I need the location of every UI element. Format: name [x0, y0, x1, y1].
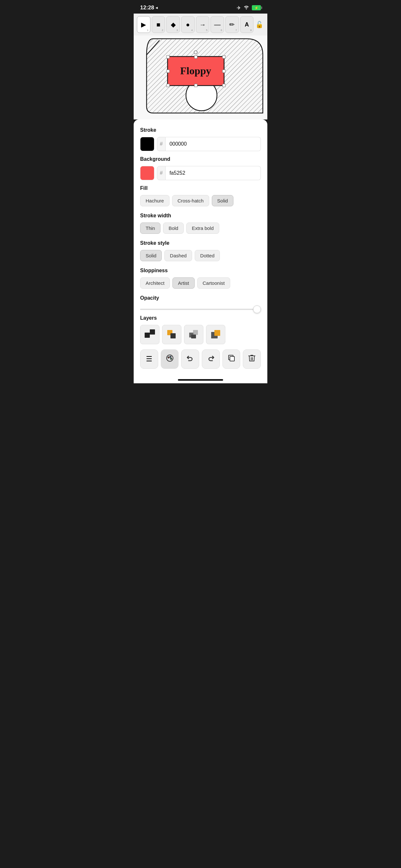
- layer-1[interactable]: [140, 325, 159, 344]
- svg-rect-10: [222, 84, 225, 87]
- style-button[interactable]: [161, 349, 179, 369]
- bottom-toolbar: ☰: [140, 349, 261, 369]
- stroke-hex-wrap: #: [157, 137, 261, 151]
- time-display: 12:28: [140, 4, 154, 11]
- svg-rect-6: [166, 70, 169, 73]
- svg-rect-9: [194, 84, 197, 87]
- text-icon: A: [245, 21, 249, 28]
- line-tool[interactable]: — 6: [211, 16, 224, 33]
- lock-icon: 🔓: [255, 21, 264, 28]
- sloppiness-artist[interactable]: Artist: [173, 277, 194, 289]
- bg-hex-input[interactable]: [166, 166, 261, 180]
- stroke-hex-input[interactable]: [166, 137, 261, 151]
- menu-button[interactable]: ☰: [140, 349, 158, 369]
- svg-rect-5: [222, 56, 225, 58]
- opacity-slider[interactable]: [140, 309, 261, 310]
- battery-icon: ⚡: [252, 5, 261, 10]
- arrow-tool[interactable]: → 5: [196, 16, 210, 33]
- line-icon: —: [214, 21, 220, 28]
- menu-icon: ☰: [146, 355, 152, 363]
- rectangle-tool[interactable]: ■ 2: [152, 16, 165, 33]
- arrow-icon: →: [199, 21, 206, 28]
- status-bar: 12:28 ◂ ✈ ⚡: [134, 0, 267, 13]
- stroke-style-options: Solid Dashed Dotted: [140, 250, 261, 261]
- drawing-canvas[interactable]: Floppy: [134, 35, 267, 120]
- canvas-area[interactable]: Floppy: [134, 35, 267, 120]
- text-tool[interactable]: A 8: [240, 16, 254, 33]
- toolbar: ▶ 1 ■ 2 ◆ 3 ● 4 → 5 — 6 ✏ 7 A 8 🔓: [134, 13, 267, 35]
- layer-3[interactable]: [184, 325, 204, 344]
- svg-rect-16: [171, 333, 176, 338]
- layer-2[interactable]: [162, 325, 181, 344]
- stroke-bold[interactable]: Bold: [163, 222, 184, 234]
- trash-icon: [248, 354, 255, 364]
- bg-hex-wrap: #: [157, 166, 261, 180]
- home-indicator: [134, 375, 267, 383]
- location-icon: ◂: [156, 5, 158, 10]
- opacity-slider-wrap: [140, 305, 261, 315]
- home-bar: [178, 379, 223, 381]
- opacity-label: Opacity: [140, 295, 261, 301]
- wifi-icon: [243, 5, 249, 11]
- layers-toggle-button[interactable]: [222, 349, 241, 369]
- svg-rect-18: [193, 330, 198, 335]
- stroke-width-label: Stroke width: [140, 213, 261, 219]
- sloppiness-cartoonist[interactable]: Cartoonist: [197, 277, 230, 289]
- pencil-icon: ✏: [229, 21, 235, 28]
- svg-point-11: [194, 51, 197, 54]
- status-time: 12:28 ◂: [140, 4, 158, 11]
- bg-color-row: #: [140, 166, 261, 180]
- svg-point-22: [166, 355, 173, 361]
- stroke-hash: #: [157, 137, 166, 151]
- fill-options: Hachure Cross-hatch Solid: [140, 195, 261, 206]
- stroke-color-swatch[interactable]: [140, 137, 154, 151]
- pencil-tool[interactable]: ✏ 7: [225, 16, 239, 33]
- properties-panel: Stroke # Background # Fill Hachure Cross…: [134, 120, 267, 375]
- fill-label: Fill: [140, 185, 261, 191]
- airplane-icon: ✈: [237, 5, 241, 11]
- svg-rect-19: [191, 335, 196, 338]
- stroke-dashed[interactable]: Dashed: [164, 250, 192, 261]
- layers-icon: [227, 354, 235, 364]
- svg-point-23: [168, 357, 169, 358]
- svg-rect-13: [145, 333, 150, 338]
- layer-4[interactable]: [206, 325, 225, 344]
- svg-rect-8: [166, 84, 169, 87]
- rectangle-icon: ■: [156, 21, 160, 28]
- cursor-icon: ▶: [141, 21, 146, 28]
- diamond-tool[interactable]: ◆ 3: [166, 16, 180, 33]
- svg-rect-21: [214, 330, 220, 336]
- circle-icon: ●: [186, 21, 190, 28]
- stroke-style-label: Stroke style: [140, 240, 261, 246]
- stroke-extra-bold[interactable]: Extra bold: [186, 222, 219, 234]
- layers-row: [140, 325, 261, 344]
- sloppiness-architect[interactable]: Architect: [140, 277, 170, 289]
- fill-hachure[interactable]: Hachure: [140, 195, 169, 206]
- svg-point-24: [170, 356, 171, 358]
- delete-button[interactable]: [243, 349, 261, 369]
- bg-hash: #: [157, 166, 166, 180]
- sloppiness-label: Sloppiness: [140, 268, 261, 274]
- stroke-solid[interactable]: Solid: [140, 250, 162, 261]
- circle-tool[interactable]: ● 4: [181, 16, 195, 33]
- diamond-icon: ◆: [171, 21, 176, 28]
- opacity-thumb[interactable]: [253, 306, 261, 313]
- stroke-thin[interactable]: Thin: [140, 222, 160, 234]
- undo-button[interactable]: [181, 349, 199, 369]
- select-tool[interactable]: ▶ 1: [137, 16, 150, 33]
- stroke-dotted[interactable]: Dotted: [195, 250, 220, 261]
- fill-solid[interactable]: Solid: [212, 195, 234, 206]
- lock-button[interactable]: 🔓: [255, 19, 264, 30]
- svg-point-25: [171, 358, 172, 360]
- stroke-color-row: #: [140, 137, 261, 151]
- status-icons: ✈ ⚡: [237, 5, 261, 11]
- svg-rect-3: [166, 56, 169, 58]
- svg-rect-4: [194, 56, 197, 58]
- redo-button[interactable]: [202, 349, 220, 369]
- svg-rect-27: [230, 356, 235, 361]
- bg-color-swatch[interactable]: [140, 166, 154, 180]
- layers-label: Layers: [140, 315, 261, 321]
- palette-icon: [166, 354, 174, 364]
- fill-crosshatch[interactable]: Cross-hatch: [172, 195, 209, 206]
- undo-icon: [186, 354, 194, 364]
